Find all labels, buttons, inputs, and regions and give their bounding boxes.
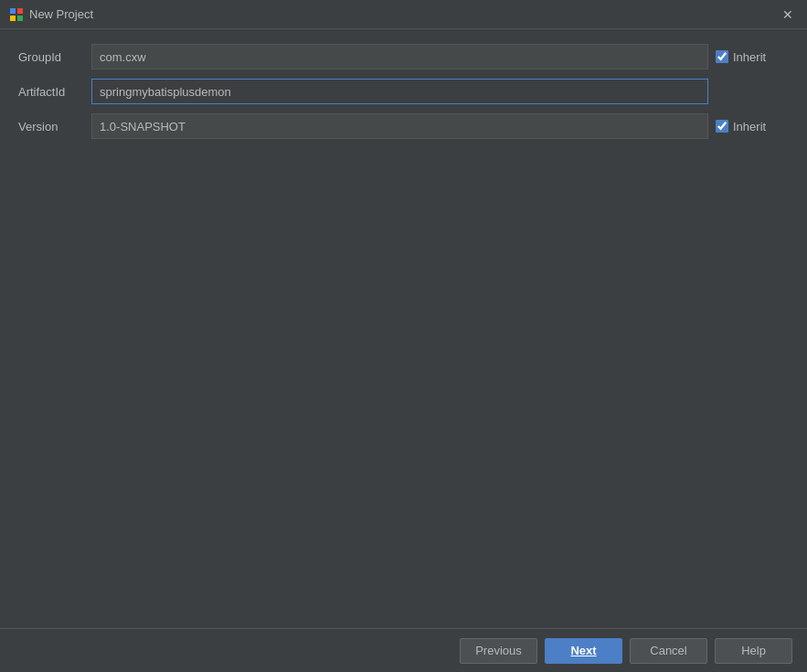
artifactid-input[interactable] bbox=[91, 79, 708, 104]
version-inherit-container: Inherit bbox=[716, 120, 789, 133]
next-button[interactable]: Next bbox=[545, 638, 622, 664]
svg-rect-0 bbox=[10, 8, 16, 14]
version-inherit-checkbox[interactable] bbox=[716, 120, 728, 133]
version-input[interactable] bbox=[91, 113, 708, 139]
groupid-inherit-label: Inherit bbox=[733, 50, 766, 64]
groupid-input[interactable] bbox=[91, 44, 708, 69]
svg-rect-3 bbox=[17, 16, 23, 21]
help-button[interactable]: Help bbox=[715, 638, 792, 664]
artifactid-row: ArtifactId bbox=[18, 79, 789, 104]
groupid-inherit-container: Inherit bbox=[716, 50, 789, 64]
svg-rect-2 bbox=[10, 16, 16, 21]
version-inherit-label: Inherit bbox=[733, 120, 766, 133]
version-label: Version bbox=[18, 120, 91, 133]
groupid-row: GroupId Inherit bbox=[18, 44, 789, 69]
button-bar: Previous Next Cancel Help bbox=[0, 628, 807, 672]
previous-button[interactable]: Previous bbox=[460, 638, 537, 664]
app-icon bbox=[9, 7, 24, 22]
title-bar: New Project ✕ bbox=[0, 0, 807, 29]
groupid-label: GroupId bbox=[18, 50, 91, 64]
artifactid-label: ArtifactId bbox=[18, 85, 91, 99]
svg-rect-1 bbox=[17, 8, 23, 14]
groupid-inherit-checkbox[interactable] bbox=[716, 50, 728, 63]
cancel-button[interactable]: Cancel bbox=[630, 638, 707, 664]
close-button[interactable]: ✕ bbox=[778, 5, 798, 25]
version-row: Version Inherit bbox=[18, 113, 789, 139]
dialog-content: GroupId Inherit ArtifactId Version Inher… bbox=[0, 29, 807, 628]
dialog-title: New Project bbox=[29, 7, 778, 21]
